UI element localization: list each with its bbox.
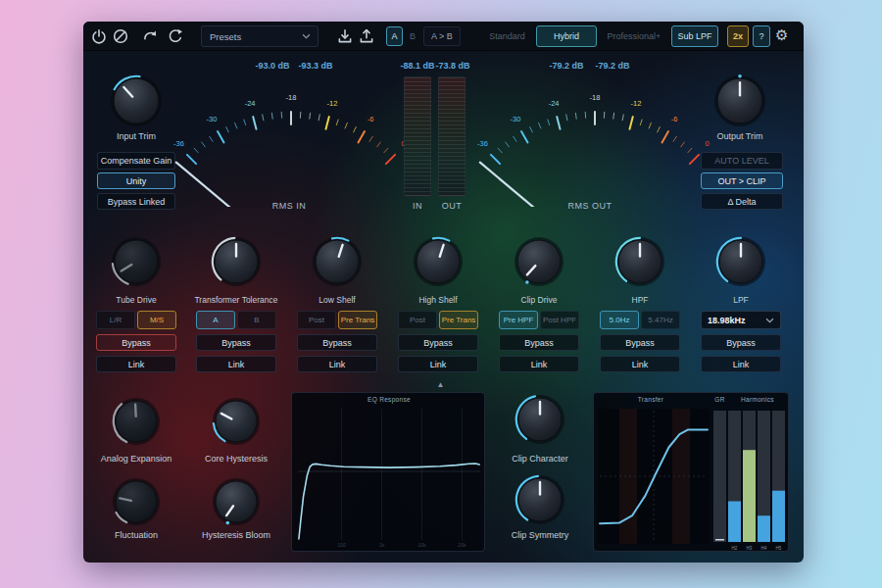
sub-lpf-button[interactable]: Sub LPF	[671, 25, 718, 47]
oversampling-label: 2x	[733, 31, 743, 41]
clip-symmetry-knob[interactable]	[514, 474, 565, 525]
unity-button[interactable]: Unity	[97, 172, 175, 189]
collapse-panel-arrow[interactable]: ▲	[433, 380, 448, 389]
harmonic-bar-label: H3	[747, 546, 753, 551]
harmonic-bar	[728, 502, 741, 543]
out-meter-label: OUT	[435, 201, 468, 211]
tube-drive-knob[interactable]	[111, 236, 162, 287]
presets-label: Presets	[210, 31, 241, 42]
low-shelf-bypass-button[interactable]: Bypass	[297, 334, 377, 351]
bypass-linked-label: Bypass Linked	[108, 197, 166, 207]
gr-meter-tick	[715, 539, 724, 541]
presets-dropdown[interactable]: Presets	[201, 25, 318, 47]
low-shelf-link-button[interactable]: Link	[297, 356, 377, 372]
high-shelf-link-button[interactable]: Link	[398, 356, 478, 372]
rms-out-meter-label: RMS OUT	[541, 201, 639, 211]
tube-drive-link-button[interactable]: Link	[96, 356, 176, 372]
lpf-freq-dropdown[interactable]: 18.98kHz	[701, 311, 781, 329]
ab-slot-b-button[interactable]: B	[406, 26, 419, 46]
compensate-gain-button[interactable]: Compensate Gain	[97, 152, 175, 170]
transformer-toggle-a[interactable]: A	[196, 311, 235, 329]
lpf-link-button[interactable]: Link	[701, 356, 781, 372]
vu-scale-label: -12	[630, 99, 641, 108]
eq-x-label: 20k	[458, 542, 466, 548]
high-shelf-toggle-pretrans[interactable]: Pre Trans	[439, 311, 478, 329]
vu-scale-label: -18	[286, 93, 297, 102]
lpf-bypass-button[interactable]: Bypass	[701, 334, 781, 351]
tube-drive-bypass-button[interactable]: Bypass	[96, 334, 176, 351]
eq-x-label: 10k	[417, 542, 426, 548]
eq-response-panel: EQ Response 1001k10k20k	[291, 392, 485, 552]
core-hysteresis-knob[interactable]	[212, 397, 261, 446]
redo-cycle-icon[interactable]	[167, 27, 184, 45]
bypass-linked-button[interactable]: Bypass Linked	[97, 193, 175, 210]
transformer-toggle-b[interactable]: B	[237, 311, 276, 329]
delta-button[interactable]: Δ Delta	[701, 193, 783, 210]
high-shelf-bypass-button[interactable]: Bypass	[398, 334, 478, 351]
knob-graphic	[514, 474, 565, 525]
power-icon[interactable]	[90, 27, 108, 45]
ab-copy-label: A > B	[431, 31, 453, 41]
hysteresis-bloom-knob[interactable]	[212, 477, 261, 526]
clip-drive-bypass-button[interactable]: Bypass	[499, 334, 579, 351]
high-shelf-toggle-post[interactable]: Post	[398, 311, 437, 329]
out-clip-button[interactable]: OUT > CLIP	[701, 172, 783, 189]
mode-professional-label: Professional+	[608, 31, 662, 41]
low-shelf-knob[interactable]	[312, 236, 363, 287]
toolbar: Presets A B A > B Standard Hybrid Profes…	[83, 22, 804, 51]
tube-drive-toggle-lr[interactable]: L/R	[96, 311, 135, 329]
vu-scale-label: -12	[326, 99, 337, 108]
hpf-knob[interactable]	[614, 236, 665, 287]
mode-hybrid-button[interactable]: Hybrid	[536, 25, 597, 47]
ab-copy-button[interactable]: A > B	[423, 26, 461, 46]
mode-standard-button[interactable]: Standard	[480, 26, 534, 46]
chevron-down-icon	[765, 318, 774, 323]
input-trim-knob[interactable]	[110, 74, 163, 127]
low-shelf-toggle-post[interactable]: Post	[297, 311, 336, 329]
hpf-bypass-button[interactable]: Bypass	[600, 334, 680, 351]
ab-slot-a-button[interactable]: A	[386, 26, 403, 46]
in-bar-meter	[404, 76, 431, 196]
knob-graphic	[312, 236, 363, 287]
auto-level-button[interactable]: AUTO LEVEL	[701, 152, 783, 170]
transformer-bypass-button[interactable]: Bypass	[196, 334, 276, 351]
knob-graphic	[110, 74, 163, 127]
low-shelf-toggle-pretrans[interactable]: Pre Trans	[338, 311, 377, 329]
processor-column-tube-drive: Tube Drive L/R M/S Bypass Link	[93, 236, 179, 372]
lpf-knob[interactable]	[715, 236, 766, 287]
processor-column-hpf: HPF 5.0Hz 5.47Hz Bypass Link	[597, 236, 683, 372]
vu-scale-label: -36	[477, 139, 488, 148]
tube-drive-toggle-ms[interactable]: M/S	[137, 311, 176, 329]
knob-graphic	[111, 236, 162, 287]
output-trim-label: Output Trim	[699, 131, 781, 141]
output-trim-knob[interactable]	[713, 74, 766, 127]
hpf-toggle-freq-b[interactable]: 5.47Hz	[641, 311, 680, 329]
transfer-harmonics-panel: Transfer GR Harmonics H2H3H4H5	[593, 392, 789, 552]
clip-drive-link-button[interactable]: Link	[499, 356, 579, 372]
undo-icon[interactable]	[141, 27, 159, 45]
processor-column-low-shelf: Low Shelf Post Pre Trans Bypass Link	[294, 236, 380, 372]
clip-character-knob[interactable]	[514, 394, 565, 445]
bypass-circle-slash-icon[interactable]	[112, 27, 129, 45]
hpf-link-button[interactable]: Link	[600, 356, 680, 372]
oversampling-button[interactable]: 2x	[727, 25, 749, 47]
save-preset-icon[interactable]	[336, 27, 354, 45]
clip-drive-toggle-prehpf[interactable]: Pre HPF	[499, 311, 538, 329]
help-button[interactable]: ?	[753, 25, 770, 47]
transformer-tolerance-knob[interactable]	[211, 236, 262, 287]
vu-scale-label: -24	[549, 99, 560, 108]
fluctuation-knob[interactable]	[112, 477, 161, 526]
high-shelf-knob[interactable]	[413, 236, 464, 287]
processor-column-high-shelf: High Shelf Post Pre Trans Bypass Link	[395, 236, 481, 372]
mode-professional-button[interactable]: Professional+	[601, 26, 667, 46]
transformer-link-button[interactable]: Link	[196, 356, 276, 372]
hpf-toggle-freq-a[interactable]: 5.0Hz	[600, 311, 639, 329]
load-preset-icon[interactable]	[358, 27, 375, 45]
analog-expansion-knob[interactable]	[112, 397, 161, 446]
clip-drive-toggle-posthpf[interactable]: Post HPF	[540, 311, 579, 329]
fluctuation-label: Fluctuation	[83, 530, 189, 540]
clip-drive-knob[interactable]	[514, 236, 564, 287]
knob-graphic	[212, 397, 261, 446]
settings-gear-icon[interactable]: ⚙	[775, 26, 788, 44]
eq-curve-graphic: 1001k10k20k	[292, 393, 486, 553]
